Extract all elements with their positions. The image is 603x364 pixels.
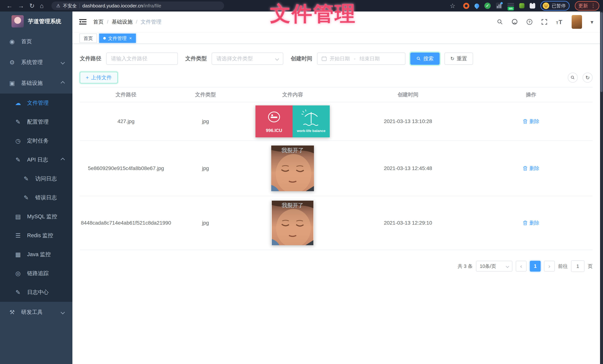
sidebar-item-access-logs[interactable]: 访问日志 (0, 169, 72, 188)
reset-button-label: 重置 (457, 55, 467, 62)
svg-text:T: T (559, 19, 562, 25)
refresh-icon (585, 75, 590, 81)
profile-paused-chip[interactable]: 已暂停 (540, 1, 569, 11)
tab-label: 首页 (83, 35, 93, 41)
meme-image[interactable]: 我裂开了 (271, 201, 314, 245)
banner-right-text: work-life balance (297, 129, 325, 133)
file-path-input[interactable] (106, 53, 178, 65)
scrollbar[interactable] (600, 11, 603, 364)
next-page-button[interactable]: › (544, 261, 555, 272)
banner-left-text: 996.ICU (266, 128, 282, 133)
current-page[interactable]: 1 (530, 261, 541, 272)
sidebar-item-dev-tools[interactable]: 研发工具 (0, 302, 72, 323)
forward-icon[interactable] (18, 0, 24, 11)
sidebar-item-error-logs[interactable]: 错误日志 (0, 188, 72, 207)
file-path-cell: 5e8609290e915c4fa8b08e67.jpg (80, 165, 172, 171)
close-icon[interactable]: × (129, 36, 132, 41)
cloud-upload-icon (14, 100, 22, 107)
created-time-cell: 2021-03-13 12:29:10 (347, 220, 470, 226)
fullscreen-icon[interactable] (541, 18, 548, 25)
sidebar-item-config[interactable]: 配置管理 (0, 113, 72, 131)
extension-gear-icon[interactable] (463, 3, 469, 9)
help-icon[interactable]: ? (526, 18, 533, 25)
sidebar-item-label: 配置管理 (27, 118, 49, 126)
extensions-puzzle-icon[interactable] (530, 3, 535, 9)
font-size-icon[interactable]: TT (556, 18, 564, 25)
date-range-picker[interactable]: 开始日期 - 结束日期 (317, 53, 406, 65)
goto-page-input[interactable] (571, 261, 584, 272)
search-button[interactable]: 搜索 (410, 53, 440, 65)
sidebar-item-tracing[interactable]: 链路追踪 (0, 264, 72, 283)
sidebar-item-label: 定时任务 (27, 137, 49, 145)
prev-page-button[interactable]: ‹ (516, 261, 526, 272)
996icu-banner-image[interactable]: 996.ICU work-life balance (255, 105, 330, 137)
total-count: 共 3 条 (458, 263, 473, 270)
browser-update-button[interactable]: 更新 (575, 1, 599, 11)
search-icon[interactable] (497, 19, 503, 25)
breadcrumb-separator: / (136, 19, 137, 25)
plus-icon: + (86, 75, 89, 80)
sidebar-item-java-monitor[interactable]: Java 监控 (0, 245, 72, 264)
delete-button[interactable]: 删除 (523, 118, 540, 125)
delete-button[interactable]: 删除 (523, 220, 540, 226)
page-size-select[interactable]: 10条/页 (476, 261, 512, 272)
trash-icon (523, 220, 528, 226)
upload-file-button[interactable]: + 上传文件 (80, 72, 118, 83)
sidebar-item-label: Java 监控 (27, 251, 51, 258)
file-content-cell: 996.ICU work-life balance (239, 105, 347, 137)
dashboard-icon (8, 38, 16, 45)
sidebar-item-label: 日志中心 (27, 289, 49, 296)
hamburger-icon[interactable] (79, 19, 87, 25)
actions-cell: 删除 (470, 118, 593, 125)
sidebar-item-log-center[interactable]: 日志中心 (0, 283, 72, 302)
browser-extensions-area: ✓ on 已暂停 更新 (447, 0, 599, 11)
back-icon[interactable] (6, 0, 13, 11)
refresh-table-button[interactable] (583, 73, 593, 83)
extension-switch-icon[interactable]: on (507, 3, 514, 9)
sidebar-item-infrastructure[interactable]: 基础设施 (0, 73, 72, 93)
bookmark-star-icon[interactable] (450, 0, 455, 11)
github-icon[interactable] (511, 18, 518, 25)
home-icon[interactable] (40, 0, 44, 11)
sidebar-item-scheduled-jobs[interactable]: 定时任务 (0, 131, 72, 150)
user-avatar[interactable] (572, 15, 582, 29)
url-divider (80, 3, 80, 8)
delete-button[interactable]: 删除 (523, 165, 540, 172)
extension-leaf-icon[interactable] (519, 3, 524, 8)
meme-image[interactable]: 我裂开了 (271, 146, 314, 191)
date-start-placeholder: 开始日期 (330, 55, 350, 62)
delete-label: 删除 (530, 165, 540, 172)
breadcrumb-current: 文件管理 (141, 18, 162, 25)
chevron-down-icon (61, 60, 65, 65)
sidebar-item-system[interactable]: 系统管理 (0, 52, 72, 73)
upload-button-label: 上传文件 (91, 74, 112, 81)
column-header: 操作 (470, 91, 593, 98)
reload-icon[interactable] (29, 0, 35, 11)
avatar-caret-icon[interactable] (591, 19, 593, 25)
date-end-placeholder: 结束日期 (359, 55, 380, 62)
sidebar-item-redis-monitor[interactable]: Redis 监控 (0, 226, 72, 245)
extension-check-icon[interactable]: ✓ (484, 3, 491, 9)
file-table: 文件路径 文件类型 文件内容 创建时间 操作 427.jpg jpg (80, 87, 593, 250)
breadcrumb-infrastructure[interactable]: 基础设施 (112, 18, 133, 25)
sidebar-submenu-infrastructure: 文件管理 配置管理 定时任务 API 日志 访问日志 错误日志 (0, 93, 72, 302)
sidebar-item-mysql-monitor[interactable]: MySQL 监控 (0, 207, 72, 226)
eye-icon (14, 270, 22, 277)
breadcrumb-home[interactable]: 首页 (93, 18, 104, 25)
log-icon (22, 175, 30, 182)
toggle-search-button[interactable] (568, 73, 578, 83)
tab-file-management[interactable]: 文件管理 × (99, 34, 136, 43)
address-bar[interactable]: 不安全 dashboard.yudao.iocoder.cn/infra/fil… (51, 1, 224, 10)
reset-button[interactable]: 重置 (444, 53, 473, 65)
calendar-icon (322, 56, 327, 61)
file-type-select[interactable]: 请选择文件类型 (212, 53, 283, 65)
sidebar-item-home[interactable]: 首页 (0, 31, 72, 52)
extension-stats-icon[interactable] (496, 3, 502, 9)
toolbar-row: + 上传文件 (80, 72, 593, 83)
tab-home[interactable]: 首页 (80, 34, 97, 43)
browser-menu-icon[interactable] (591, 3, 596, 9)
sidebar-item-file-management[interactable]: 文件管理 (0, 93, 72, 113)
scrollbar-thumb[interactable] (600, 12, 603, 92)
sidebar-item-api-logs[interactable]: API 日志 (0, 150, 72, 169)
extension-drop-icon[interactable] (474, 2, 480, 9)
